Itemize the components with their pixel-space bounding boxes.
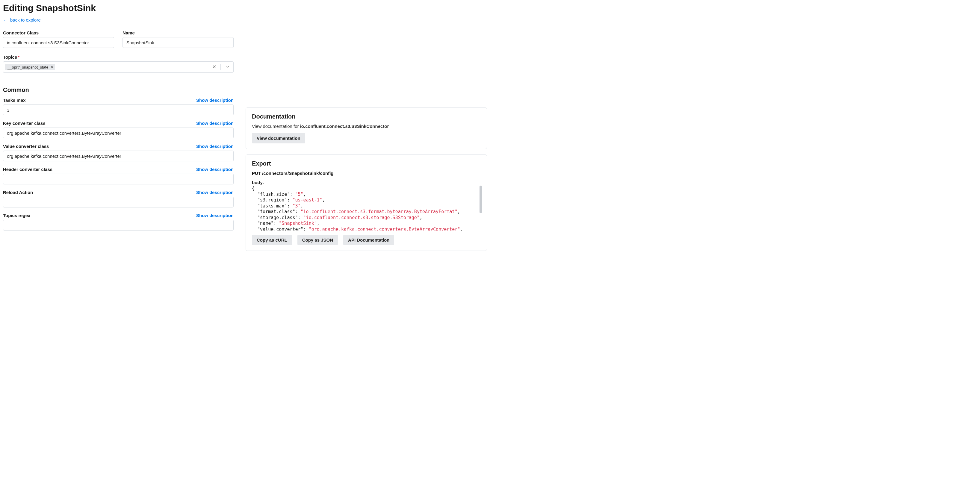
common-section-title: Common [3, 87, 234, 94]
field-input[interactable] [3, 105, 234, 115]
field-label: Key converter class [3, 121, 46, 126]
name-field: Name [123, 30, 234, 48]
field-label: Header converter class [3, 167, 52, 172]
back-link-label: back to explore [10, 17, 41, 22]
chevron-down-icon[interactable] [224, 65, 232, 70]
field-input[interactable] [3, 220, 234, 230]
show-description-link[interactable]: Show description [196, 144, 234, 149]
show-description-link[interactable]: Show description [196, 190, 234, 195]
copy-as-json-button[interactable]: Copy as JSON [298, 235, 338, 245]
connector-class-field: Connector Class [3, 30, 114, 48]
back-to-explore-link[interactable]: ← back to explore [3, 17, 41, 22]
view-documentation-button[interactable]: View documentation [252, 133, 305, 143]
common-field: Tasks maxShow description [3, 98, 234, 115]
clear-all-icon[interactable]: ✕ [211, 65, 218, 70]
field-input[interactable] [3, 151, 234, 161]
show-description-link[interactable]: Show description [196, 167, 234, 172]
documentation-panel: Documentation View documentation for io.… [246, 108, 487, 149]
export-body-label: body: [252, 180, 481, 185]
topic-tag: __oprtr_snapshot_state ✕ [5, 64, 55, 70]
required-asterisk: * [18, 54, 19, 60]
field-label: Topics regex [3, 213, 30, 218]
page-title: Editing SnapshotSink [3, 3, 487, 13]
topics-multiselect[interactable]: __oprtr_snapshot_state ✕ ✕ [3, 61, 234, 73]
remove-tag-icon[interactable]: ✕ [50, 65, 53, 69]
topics-field: Topics* __oprtr_snapshot_state ✕ ✕ [3, 54, 234, 73]
field-input[interactable] [3, 127, 234, 138]
field-input[interactable] [3, 197, 234, 208]
export-panel: Export PUT /connectors/SnapshotSink/conf… [246, 154, 487, 251]
common-field: Reload ActionShow description [3, 190, 234, 208]
topics-label: Topics* [3, 54, 19, 60]
arrow-left-icon: ← [3, 18, 7, 22]
show-description-link[interactable]: Show description [196, 98, 234, 103]
connector-class-label: Connector Class [3, 30, 39, 35]
connector-class-input[interactable] [3, 37, 114, 48]
field-input[interactable] [3, 174, 234, 184]
common-field: Header converter classShow description [3, 167, 234, 184]
name-input[interactable] [123, 37, 234, 48]
common-field: Value converter classShow description [3, 144, 234, 161]
topic-tag-label: __oprtr_snapshot_state [8, 65, 49, 70]
separator [220, 64, 221, 70]
field-label: Tasks max [3, 98, 26, 103]
copy-as-curl-button[interactable]: Copy as cURL [252, 235, 292, 245]
field-label: Reload Action [3, 190, 33, 195]
documentation-title: Documentation [252, 113, 481, 120]
name-label: Name [123, 30, 135, 35]
export-method-line: PUT /connectors/SnapshotSink/config [252, 171, 481, 176]
show-description-link[interactable]: Show description [196, 121, 234, 126]
documentation-text: View documentation for io.confluent.conn… [252, 124, 481, 129]
scrollbar[interactable] [479, 186, 482, 213]
common-field: Key converter classShow description [3, 121, 234, 138]
field-label: Value converter class [3, 144, 49, 149]
export-title: Export [252, 160, 481, 167]
show-description-link[interactable]: Show description [196, 213, 234, 218]
common-field: Topics regexShow description [3, 213, 234, 230]
api-documentation-button[interactable]: API Documentation [343, 235, 394, 245]
export-body-code: { "flush.size": "5", "s3.region": "us-ea… [252, 186, 481, 230]
